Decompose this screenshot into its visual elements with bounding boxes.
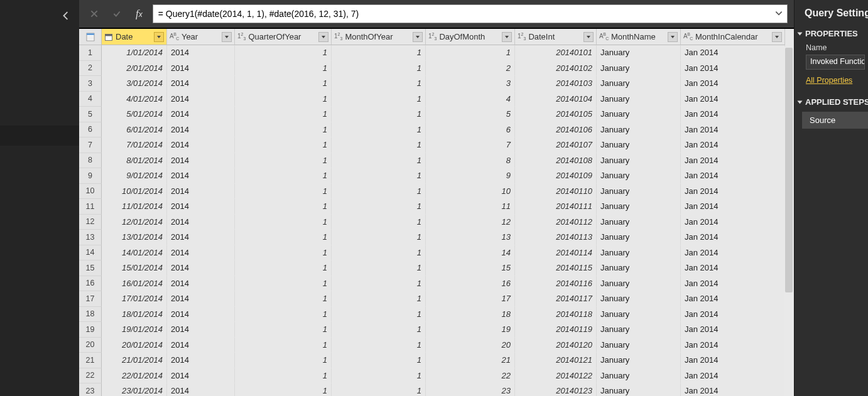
cell[interactable]: 23/01/2014 [102,383,167,396]
row-header[interactable]: 19 [79,322,102,338]
cell[interactable]: 1 [332,215,426,230]
formula-expand-button[interactable] [774,9,783,19]
cell[interactable]: 19/01/2014 [102,322,167,338]
cell[interactable]: 20140108 [515,153,597,169]
column-filter-button[interactable] [668,32,678,42]
cell[interactable]: 2014 [167,307,235,323]
column-filter-button[interactable] [583,32,594,42]
cell[interactable]: January [597,276,681,292]
column-header-dayofmonth[interactable]: 123DayOfMonth [426,29,515,45]
properties-section-header[interactable]: PROPERTIES [795,25,868,42]
cell[interactable]: 14 [426,245,515,261]
cell[interactable]: 7 [426,137,515,153]
cell[interactable]: 4 [426,92,515,107]
row-header[interactable]: 15 [79,260,102,276]
cell[interactable]: January [597,184,681,200]
cell[interactable]: 1 [332,368,426,384]
cell[interactable]: 1 [235,76,332,92]
cell[interactable]: 17 [426,291,515,307]
cell[interactable]: 1 [332,307,426,323]
cell[interactable]: Jan 2014 [681,61,785,77]
cell[interactable]: 1 [235,45,332,61]
cell[interactable]: 10/01/2014 [102,184,167,200]
cell[interactable]: 1 [235,215,332,230]
cell[interactable]: 1 [235,307,332,323]
cell[interactable]: 1 [235,260,332,276]
cell[interactable]: Jan 2014 [681,76,785,92]
row-header[interactable]: 6 [79,122,102,138]
cell[interactable]: 20140115 [515,260,597,276]
cell[interactable]: January [597,353,681,368]
cell[interactable]: 17/01/2014 [102,291,167,307]
cell[interactable]: 8/01/2014 [102,153,167,169]
cell[interactable]: 15/01/2014 [102,260,167,276]
cell[interactable]: January [597,61,681,77]
cell[interactable]: 20140116 [515,276,597,292]
cell[interactable]: 1 [235,184,332,200]
column-filter-button[interactable] [154,32,164,42]
row-header[interactable]: 7 [79,137,102,153]
column-filter-button[interactable] [318,32,328,42]
cell[interactable]: 11 [426,199,515,215]
cell[interactable]: 20140105 [515,107,597,122]
cell[interactable]: 12/01/2014 [102,215,167,230]
cell[interactable]: 12 [426,215,515,230]
cell[interactable]: 20140104 [515,92,597,107]
cell[interactable]: 1 [332,168,426,184]
cell[interactable]: Jan 2014 [681,291,785,307]
cell[interactable]: Jan 2014 [681,92,785,107]
cell[interactable]: 1 [332,338,426,353]
cell[interactable]: 2014 [167,353,235,368]
cell[interactable]: 1 [332,92,426,107]
cell[interactable]: 2014 [167,137,235,153]
row-header[interactable]: 2 [79,61,102,77]
cell[interactable]: 20140101 [515,45,597,61]
all-properties-link[interactable]: All Properties [795,75,868,94]
cell[interactable]: Jan 2014 [681,307,785,323]
row-header[interactable]: 11 [79,199,102,215]
row-header[interactable]: 20 [79,338,102,353]
cell[interactable]: 2014 [167,107,235,122]
cell[interactable]: 1 [332,230,426,245]
column-filter-button[interactable] [222,32,232,42]
column-header-quarterofyear[interactable]: 123QuarterOfYear [235,29,332,45]
cell[interactable]: Jan 2014 [681,260,785,276]
cell[interactable]: 2014 [167,276,235,292]
row-header[interactable]: 3 [79,76,102,92]
cell[interactable]: Jan 2014 [681,137,785,153]
commit-formula-button[interactable] [108,5,126,23]
cell[interactable]: 2014 [167,338,235,353]
cell[interactable]: 1 [332,260,426,276]
cell[interactable]: 1 [235,137,332,153]
cell[interactable]: 2 [426,61,515,77]
cell[interactable]: Jan 2014 [681,199,785,215]
cell[interactable]: 5/01/2014 [102,107,167,122]
cell[interactable]: 20140103 [515,76,597,92]
cell[interactable]: 20140111 [515,199,597,215]
cancel-formula-button[interactable] [85,5,103,23]
cell[interactable]: 13/01/2014 [102,230,167,245]
cell[interactable]: January [597,260,681,276]
cell[interactable]: 2/01/2014 [102,61,167,77]
cell[interactable]: 21 [426,353,515,368]
cell[interactable]: Jan 2014 [681,184,785,200]
cell[interactable]: 5 [426,107,515,122]
column-filter-button[interactable] [413,32,423,42]
row-header[interactable]: 10 [79,184,102,200]
cell[interactable]: 1 [235,338,332,353]
nav-expand-button[interactable] [0,0,79,31]
cell[interactable]: January [597,230,681,245]
cell[interactable]: January [597,122,681,138]
cell[interactable]: 18 [426,307,515,323]
cell[interactable]: 2014 [167,291,235,307]
cell[interactable]: 1 [332,61,426,77]
cell[interactable]: 2014 [167,92,235,107]
cell[interactable]: Jan 2014 [681,107,785,122]
cell[interactable]: 4/01/2014 [102,92,167,107]
cell[interactable]: 1 [235,322,332,338]
cell[interactable]: 1 [332,245,426,261]
cell[interactable]: 20140114 [515,245,597,261]
row-header[interactable]: 23 [79,383,102,396]
cell[interactable]: 1 [332,276,426,292]
cell[interactable]: 1 [332,353,426,368]
